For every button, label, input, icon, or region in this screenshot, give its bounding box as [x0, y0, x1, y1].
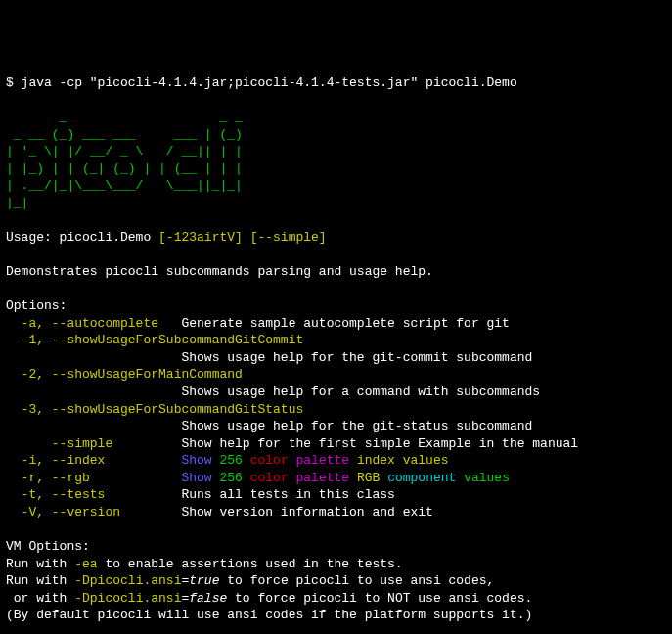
- command-line: java -cp "picocli-4.1.4.jar;picocli-4.1.…: [22, 75, 517, 90]
- prompt-symbol: $: [6, 75, 22, 90]
- option-row: -3, --showUsageForSubcommandGitStatus: [6, 402, 303, 417]
- option-row: -t, --tests Runs all tests in this class: [6, 487, 395, 502]
- option-row: -1, --showUsageForSubcommandGitCommit: [6, 333, 303, 347]
- option-row: Shows usage help for the git-commit subc…: [6, 350, 532, 365]
- option-row: Shows usage help for a command with subc…: [6, 385, 540, 399]
- option-row: -r, --rgb Show 256 color palette RGB com…: [6, 471, 510, 485]
- options-header: Options:: [6, 298, 67, 313]
- option-row: -2, --showUsageForMainCommand: [6, 367, 243, 382]
- vm-line: Run with -Dpicocli.ansi=true to force pi…: [6, 573, 494, 588]
- usage-line: Usage: picocli.Demo [-123airtV] [--simpl…: [6, 230, 327, 245]
- option-row: --simple Show help for the first simple …: [6, 436, 578, 451]
- description: Demonstrates picocli subcommands parsing…: [6, 264, 433, 279]
- option-row: -a, --autocomplete Generate sample autoc…: [6, 316, 510, 331]
- option-row: Shows usage help for the git-status subc…: [6, 419, 532, 433]
- vm-line: or with -Dpicocli.ansi=false to force pi…: [6, 591, 532, 606]
- vm-line: (By default picocli will use ansi codes …: [6, 608, 532, 622]
- option-row: -i, --index Show 256 color palette index…: [6, 453, 449, 468]
- terminal-output: $ java -cp "picocli-4.1.4.jar;picocli-4.…: [6, 74, 666, 634]
- vm-options-header: VM Options:: [6, 539, 90, 554]
- vm-line: Run with -ea to enable assertions used i…: [6, 557, 403, 571]
- ascii-logo: _ _ _ _ __ (_) ___ ___ ___ | (_) | '_ \|…: [6, 110, 243, 210]
- option-row: -V, --version Show version information a…: [6, 505, 433, 520]
